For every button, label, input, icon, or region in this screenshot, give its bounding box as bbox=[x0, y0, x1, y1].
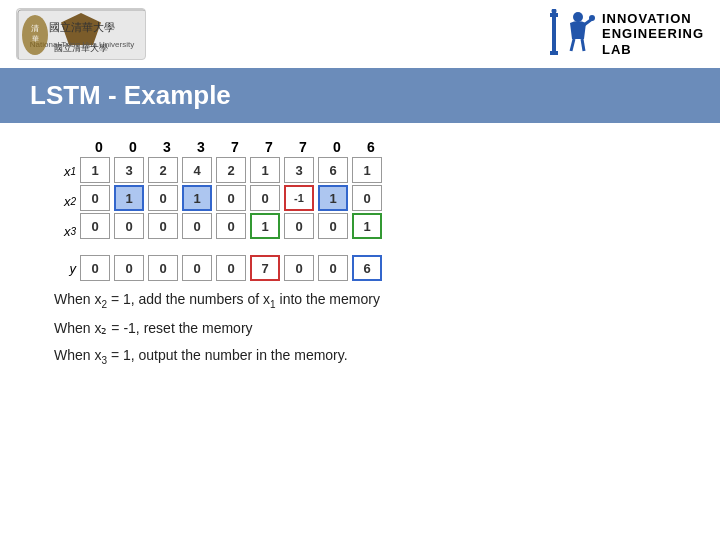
top-num-7: 0 bbox=[322, 139, 352, 155]
iel-line3: LAB bbox=[602, 42, 632, 58]
y-cell-0: 0 bbox=[80, 255, 110, 281]
logo-right: INNOVATION ENGINEERING LAB bbox=[546, 9, 704, 59]
top-num-4: 7 bbox=[220, 139, 250, 155]
y-cell-3: 0 bbox=[182, 255, 212, 281]
cell-x2-3: 1 bbox=[182, 185, 212, 211]
cell-x1-8: 1 bbox=[352, 157, 382, 183]
y-cell-2: 0 bbox=[148, 255, 178, 281]
iel-line2: ENGINEERING bbox=[602, 26, 704, 42]
svg-line-8 bbox=[571, 39, 574, 51]
page-title: LSTM - Example bbox=[30, 80, 690, 111]
page-container: 國立清華大學 National Tsing Hua University 清 華 bbox=[0, 0, 720, 368]
y-cell-5: 7 bbox=[250, 255, 280, 281]
top-num-3: 3 bbox=[186, 139, 216, 155]
top-num-8: 6 bbox=[356, 139, 386, 155]
cell-x1-0: 1 bbox=[80, 157, 110, 183]
desc-line-1: When x2 = 1, add the numbers of x1 into … bbox=[54, 289, 696, 312]
cell-x3-3: 0 bbox=[182, 213, 212, 239]
y-cell-7: 0 bbox=[318, 255, 348, 281]
top-bar: 國立清華大學 National Tsing Hua University 清 華 bbox=[0, 0, 720, 68]
svg-text:國立清華大學: 國立清華大學 bbox=[49, 21, 115, 33]
svg-line-9 bbox=[582, 39, 584, 51]
svg-point-13 bbox=[551, 9, 556, 14]
iel-logo: INNOVATION ENGINEERING LAB bbox=[546, 9, 704, 59]
cell-x2-1: 1 bbox=[114, 185, 144, 211]
desc-line-3: When x3 = 1, output the number in the me… bbox=[54, 345, 696, 368]
cell-x2-8: 0 bbox=[352, 185, 382, 211]
cell-x1-5: 1 bbox=[250, 157, 280, 183]
top-num-1: 0 bbox=[118, 139, 148, 155]
iel-icon bbox=[546, 9, 596, 59]
cell-x1-4: 2 bbox=[216, 157, 246, 183]
cell-x3-8: 1 bbox=[352, 213, 382, 239]
cell-x3-2: 0 bbox=[148, 213, 178, 239]
cell-x1-1: 3 bbox=[114, 157, 144, 183]
svg-point-7 bbox=[589, 15, 595, 21]
x3-label: x3 bbox=[44, 217, 80, 245]
y-cell-6: 0 bbox=[284, 255, 314, 281]
cell-x3-4: 0 bbox=[216, 213, 246, 239]
x2-label: x2 bbox=[44, 187, 80, 215]
y-cell-1: 0 bbox=[114, 255, 144, 281]
cell-x3-0: 0 bbox=[80, 213, 110, 239]
cell-x2-7: 1 bbox=[318, 185, 348, 211]
cell-x1-6: 3 bbox=[284, 157, 314, 183]
cell-x2-2: 0 bbox=[148, 185, 178, 211]
iel-text: INNOVATION ENGINEERING LAB bbox=[602, 11, 704, 58]
top-num-2: 3 bbox=[152, 139, 182, 155]
cell-x3-5: 1 bbox=[250, 213, 280, 239]
cell-x2-4: 0 bbox=[216, 185, 246, 211]
iel-line1: INNOVATION bbox=[602, 11, 692, 27]
cell-x3-6: 0 bbox=[284, 213, 314, 239]
main-content: 0 0 3 3 7 7 7 0 6 x1 x2 x3 bbox=[0, 139, 720, 368]
title-bar: LSTM - Example bbox=[0, 68, 720, 123]
cell-x3-1: 0 bbox=[114, 213, 144, 239]
cell-x3-7: 0 bbox=[318, 213, 348, 239]
y-row: 0 0 0 0 0 7 0 0 6 bbox=[80, 255, 382, 281]
logo-left: 國立清華大學 National Tsing Hua University 清 華 bbox=[16, 8, 146, 60]
top-num-6: 7 bbox=[288, 139, 318, 155]
cell-x1-7: 6 bbox=[318, 157, 348, 183]
x1-label: x1 bbox=[44, 157, 80, 185]
cell-x2-6: -1 bbox=[284, 185, 314, 211]
cell-x1-3: 4 bbox=[182, 157, 212, 183]
descriptions: When x2 = 1, add the numbers of x1 into … bbox=[24, 289, 696, 368]
svg-point-6 bbox=[573, 12, 583, 22]
cell-x2-5: 0 bbox=[250, 185, 280, 211]
matrix-body: 1 0 0 3 1 0 2 0 0 bbox=[80, 157, 382, 245]
cell-x1-2: 2 bbox=[148, 157, 178, 183]
y-label: y bbox=[44, 261, 80, 276]
svg-text:清: 清 bbox=[31, 24, 39, 33]
desc-line-2: When x₂ = -1, reset the memory bbox=[54, 318, 696, 339]
cell-x2-0: 0 bbox=[80, 185, 110, 211]
y-cell-8: 6 bbox=[352, 255, 382, 281]
y-cell-4: 0 bbox=[216, 255, 246, 281]
top-num-0: 0 bbox=[84, 139, 114, 155]
nthu-logo: 國立清華大學 National Tsing Hua University 清 華 bbox=[16, 8, 146, 60]
top-num-5: 7 bbox=[254, 139, 284, 155]
svg-text:華: 華 bbox=[32, 35, 39, 42]
